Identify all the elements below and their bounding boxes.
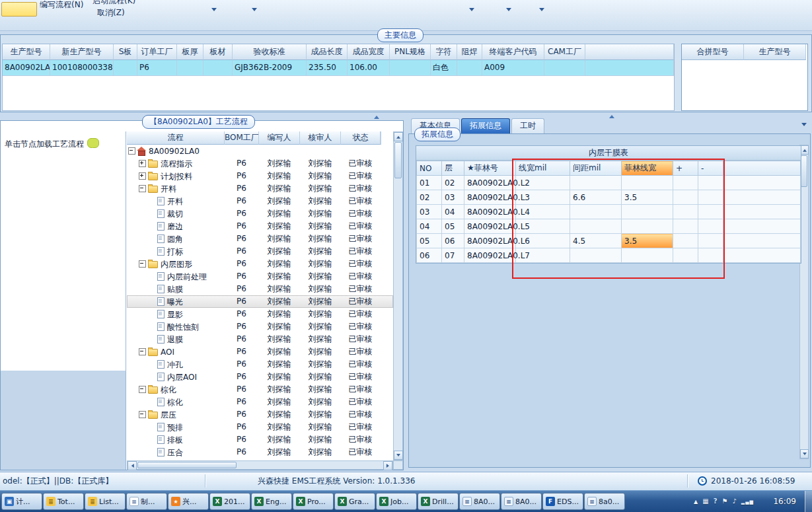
tab-工时[interactable]: 工时 (511, 118, 544, 133)
tree-horizontal-scrollbar[interactable] (127, 460, 393, 470)
table-cell[interactable] (673, 219, 698, 234)
table-cell[interactable] (570, 219, 622, 234)
tree-row[interactable]: 开料P6刘探输刘探输已审核 (127, 182, 393, 195)
tree-row[interactable]: 内层图形P6刘探输刘探输已审核 (127, 258, 393, 270)
tree-row[interactable]: 裁切P6刘探输刘探输已审核 (127, 207, 393, 220)
table-cell[interactable]: 02 (417, 190, 442, 205)
tree-row[interactable]: 棕化P6刘探输刘探输已审核 (127, 396, 393, 408)
table-cell[interactable] (114, 60, 137, 76)
table-cell[interactable] (698, 234, 723, 248)
column-header[interactable]: 成品宽度 (348, 44, 390, 60)
start-flow-button[interactable]: 启动流程(K) (92, 0, 135, 7)
taskbar-button[interactable]: 201... (209, 493, 250, 510)
dropdown-arrow-icon[interactable] (252, 8, 257, 14)
main-info-data-row[interactable]: 8A00902LA010010800033899P6GJB362B-200923… (3, 60, 674, 76)
table-cell[interactable] (698, 219, 723, 234)
highlighted-toolbar-button[interactable] (1, 2, 37, 17)
tree-row[interactable]: 计划投料P6刘探输刘探输已审核 (127, 170, 393, 182)
expand-icon[interactable] (139, 172, 146, 180)
table-cell[interactable] (570, 205, 622, 219)
table-cell[interactable] (390, 60, 431, 76)
taskbar-button[interactable]: List... (85, 493, 126, 510)
table-cell[interactable]: 07 (442, 248, 464, 263)
table-cell[interactable]: 02 (442, 176, 464, 190)
column-header[interactable]: 验收标准 (233, 44, 307, 60)
network-icon[interactable] (741, 498, 754, 505)
column-header[interactable]: 字符 (431, 44, 457, 60)
table-cell[interactable] (673, 176, 698, 190)
tree-row[interactable]: 退膜P6刘探输刘探输已审核 (127, 333, 393, 346)
table-cell[interactable]: 03 (417, 205, 442, 219)
table-cell[interactable] (622, 219, 673, 234)
volume-icon[interactable] (732, 498, 736, 505)
table-cell[interactable]: A009 (482, 60, 544, 76)
scrollbar-thumb[interactable] (801, 155, 807, 187)
table-row[interactable]: 04058A00902LA0.L5 (417, 219, 801, 234)
column-header[interactable]: 流程 (127, 131, 225, 145)
collapse-icon[interactable] (139, 411, 146, 418)
column-header[interactable]: 终端客户代码 (482, 44, 544, 60)
column-header[interactable]: 线宽mil (516, 161, 570, 176)
table-cell[interactable] (570, 176, 622, 190)
collapse-icon[interactable] (139, 386, 146, 393)
taskbar-button[interactable]: 8A0... (501, 493, 542, 510)
column-header[interactable]: 状态 (341, 131, 381, 145)
table-cell[interactable] (622, 248, 673, 263)
taskbar-button[interactable]: 计... (1, 493, 42, 510)
tree-row[interactable]: 贴膜P6刘探输刘探输已审核 (127, 283, 393, 295)
column-header[interactable]: ★菲林号 (464, 161, 516, 176)
table-cell[interactable] (570, 248, 622, 263)
column-header[interactable]: 间距mil (570, 161, 622, 176)
dropdown-arrow-icon[interactable] (539, 8, 544, 14)
table-cell[interactable]: 8A00902LA0.L4 (464, 205, 516, 219)
scroll-right-icon[interactable] (383, 461, 392, 470)
table-cell[interactable]: 235.50 (307, 60, 348, 76)
action-center-icon[interactable] (721, 498, 727, 505)
table-cell[interactable] (622, 205, 673, 219)
table-row[interactable]: 01028A00902LA0.L2 (417, 176, 801, 190)
table-cell[interactable]: 106.00 (348, 60, 390, 76)
tree-row[interactable]: 棕化P6刘探输刘探输已审核 (127, 383, 393, 396)
tree-vertical-scrollbar[interactable] (393, 131, 403, 460)
tab-拓展信息[interactable]: 拓展信息 (461, 118, 510, 133)
tree-row[interactable]: 压合P6刘探输刘探输已审核 (127, 446, 393, 458)
column-header[interactable]: PNL规格 (390, 44, 431, 60)
table-cell[interactable] (622, 176, 673, 190)
column-header[interactable]: 层 (442, 161, 464, 176)
collapse-icon[interactable] (139, 348, 146, 355)
tree-row[interactable]: 磨边P6刘探输刘探输已审核 (127, 220, 393, 233)
table-cell[interactable]: 06 (417, 248, 442, 263)
scroll-up-icon[interactable] (394, 132, 403, 141)
table-cell[interactable]: 10010800033899 (50, 60, 114, 76)
column-header[interactable]: 成品长度 (307, 44, 348, 60)
column-header[interactable]: 编写人 (259, 131, 300, 145)
tree-row[interactable]: 开料P6刘探输刘探输已审核 (127, 195, 393, 207)
grid-icon[interactable] (702, 498, 708, 505)
table-cell[interactable]: 01 (417, 176, 442, 190)
column-header[interactable]: 生产型号 (3, 44, 50, 60)
table-cell[interactable] (457, 60, 482, 76)
taskbar-button[interactable]: Pro... (293, 493, 334, 510)
help-icon[interactable] (714, 498, 718, 505)
column-header[interactable]: 板厚 (177, 44, 203, 60)
column-header[interactable]: + (673, 161, 698, 176)
column-header[interactable]: 新生产型号 (50, 44, 114, 60)
taskbar-button[interactable]: Gra... (334, 493, 375, 510)
column-header[interactable]: S板 (114, 44, 137, 60)
column-header[interactable]: 核审人 (300, 131, 341, 145)
column-header[interactable]: CAM工厂 (544, 44, 585, 60)
table-row[interactable]: 06078A00902LA0.L7 (417, 248, 801, 263)
taskbar-button[interactable]: 8A0... (459, 493, 500, 510)
tree-row[interactable]: 排板P6刘探输刘探输已审核 (127, 433, 393, 446)
collapse-icon[interactable] (139, 185, 146, 192)
expand-icon[interactable] (139, 160, 146, 167)
tree-row[interactable]: 圆角P6刘探输刘探输已审核 (127, 233, 393, 245)
tree-row[interactable]: 层压P6刘探输刘探输已审核 (127, 408, 393, 421)
table-cell[interactable] (673, 234, 698, 248)
tree-row[interactable]: 内层AOIP6刘探输刘探输已审核 (127, 371, 393, 383)
table-cell[interactable]: 05 (417, 234, 442, 248)
table-cell[interactable]: 8A00902LA0.L2 (464, 176, 516, 190)
cancel-button[interactable]: 取消(Z) (97, 7, 125, 18)
tree-row[interactable]: 8A00902LA0 (127, 145, 393, 157)
tree-row[interactable]: 冲孔P6刘探输刘探输已审核 (127, 358, 393, 371)
